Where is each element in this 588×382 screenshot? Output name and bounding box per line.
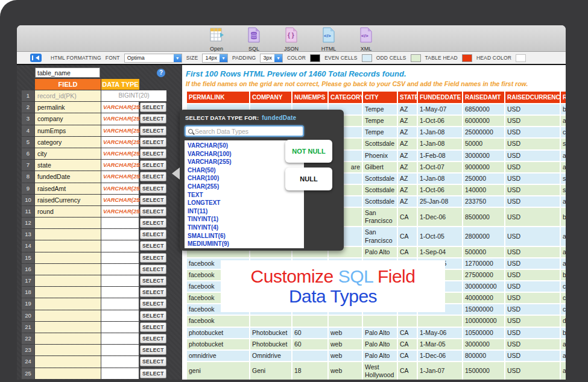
field-name-cell[interactable]: raisedCurrency (35, 195, 101, 205)
open-button[interactable]: Open (203, 27, 230, 52)
field-name-cell[interactable] (35, 368, 101, 379)
select-type-button[interactable]: SELECT (140, 311, 166, 321)
data-type-option[interactable]: TINYINT(1) (185, 215, 304, 224)
select-type-button[interactable]: SELECT (140, 172, 166, 181)
data-type-option[interactable]: MEDIUMINT(9) (185, 240, 304, 248)
head-color-swatch[interactable] (516, 54, 526, 62)
field-name-cell[interactable] (35, 356, 101, 367)
data-type-option[interactable]: SMALLINT(6) (185, 232, 304, 240)
data-type-option[interactable]: TEXT (185, 191, 304, 199)
select-type-button[interactable]: SELECT (140, 114, 166, 124)
padding-select[interactable]: 3px▼ (260, 54, 283, 63)
select-type-button[interactable]: SELECT (140, 357, 166, 366)
preview-cell: USD (505, 315, 560, 327)
select-type-button[interactable]: SELECT (140, 230, 166, 239)
customize-banner: Customize SQL Field Data Types (221, 260, 445, 312)
table-name-input[interactable] (35, 67, 100, 78)
search-box[interactable]: Search Data Types (185, 125, 304, 137)
data-type-option[interactable]: LONGTEXT (185, 199, 304, 207)
size-select-value: 14px (203, 55, 220, 61)
select-type-button[interactable]: SELECT (140, 265, 166, 274)
select-type-button[interactable]: SELECT (140, 276, 166, 286)
preview-column-header: STATE (397, 91, 417, 104)
select-type-button[interactable]: SELECT (140, 334, 166, 343)
collapse-panel-icon[interactable] (30, 54, 42, 62)
select-type-button[interactable]: SELECT (140, 207, 166, 216)
null-button[interactable]: NULL (285, 168, 332, 190)
schema-row: 22SELECT (17, 333, 174, 345)
field-name-cell[interactable] (35, 333, 101, 344)
field-name-cell[interactable]: fundedDate (35, 171, 101, 182)
field-name-cell[interactable] (35, 252, 101, 263)
field-name-cell[interactable]: round (35, 206, 101, 217)
preview-cell: USD (505, 161, 560, 173)
select-type-button[interactable]: SELECT (140, 184, 166, 193)
table-head-swatch[interactable] (462, 54, 472, 62)
help-icon[interactable]: ? (157, 69, 165, 77)
data-type-cell (101, 275, 139, 286)
field-name-cell[interactable] (35, 322, 101, 333)
select-type-button[interactable]: SELECT (140, 126, 166, 136)
field-name-cell[interactable]: numEmps (35, 125, 101, 136)
preview-cell: 500000 (463, 246, 505, 258)
field-name-cell[interactable]: state (35, 160, 101, 171)
select-type-button[interactable]: SELECT (140, 195, 166, 205)
preview-cell: an (560, 350, 566, 362)
select-type-button[interactable]: SELECT (140, 369, 166, 378)
select-type-button[interactable]: SELECT (140, 253, 166, 263)
preview-cell: AZ (397, 150, 417, 161)
size-select[interactable]: 14px▼ (202, 54, 228, 63)
field-name-cell[interactable]: category (35, 137, 101, 148)
select-type-button[interactable]: SELECT (140, 322, 166, 332)
row-number: 21 (22, 322, 34, 333)
field-name-cell[interactable] (35, 218, 101, 228)
html-button[interactable]: </> HTML (315, 27, 343, 52)
preview-cell: web (328, 339, 362, 350)
select-type-button[interactable]: SELECT (140, 149, 166, 158)
schema-row: 14SELECT (17, 240, 174, 252)
font-select[interactable]: Optima▼ (124, 54, 182, 63)
field-name-cell[interactable]: company (35, 113, 101, 124)
row-number: 3 (22, 113, 34, 124)
select-type-button[interactable]: SELECT (140, 287, 166, 297)
field-name-cell[interactable] (35, 229, 101, 240)
data-type-option[interactable]: TINYINT(4) (185, 224, 304, 232)
field-name-cell[interactable] (35, 275, 101, 286)
odd-cells-swatch[interactable] (411, 54, 421, 62)
primary-key-type-cell: BIGINT(20) (101, 90, 166, 101)
select-type-button[interactable]: SELECT (140, 241, 166, 251)
even-cells-swatch[interactable] (362, 54, 372, 62)
select-type-button[interactable]: SELECT (140, 299, 166, 308)
not-null-button[interactable]: NOT NULL (285, 140, 332, 163)
json-button[interactable]: { } JSON (277, 27, 305, 52)
field-name-cell[interactable] (35, 298, 101, 309)
field-name-cell[interactable] (35, 287, 101, 298)
select-type-button[interactable]: SELECT (140, 160, 166, 170)
select-type-button[interactable]: SELECT (140, 218, 166, 228)
field-name-cell[interactable] (35, 264, 101, 275)
field-name-cell[interactable] (35, 240, 101, 251)
preview-cell: AZ (397, 138, 417, 149)
select-type-button[interactable]: SELECT (140, 345, 166, 355)
field-name-cell[interactable]: record_id(PK) (35, 90, 101, 101)
select-type-button[interactable]: SELECT (140, 102, 166, 112)
xml-button[interactable]: </> XML (352, 27, 380, 52)
data-type-option[interactable]: INT(11) (185, 207, 304, 216)
preview-cell: Palo Alto (362, 339, 397, 350)
field-name-cell[interactable]: permalink (35, 102, 101, 113)
field-name-cell[interactable]: city (35, 148, 101, 159)
row-number: 8 (22, 171, 34, 182)
data-type-cell: VARCHAR(255) (101, 195, 139, 205)
preview-cell (397, 315, 417, 327)
field-name-cell[interactable] (35, 345, 101, 355)
text-color-swatch[interactable] (310, 54, 320, 62)
preview-column-header: PERMALINK (186, 91, 250, 104)
preview-cell: c (560, 304, 566, 315)
preview-cell: 233750 (463, 196, 505, 207)
field-name-cell[interactable] (35, 310, 101, 321)
preview-cell: USD (505, 138, 560, 149)
field-name-cell[interactable]: raisedAmt (35, 183, 101, 194)
sql-button[interactable]: SQL (240, 27, 268, 52)
select-type-button[interactable]: SELECT (140, 137, 166, 147)
preview-cell: 1-Dec-06 (417, 350, 463, 362)
